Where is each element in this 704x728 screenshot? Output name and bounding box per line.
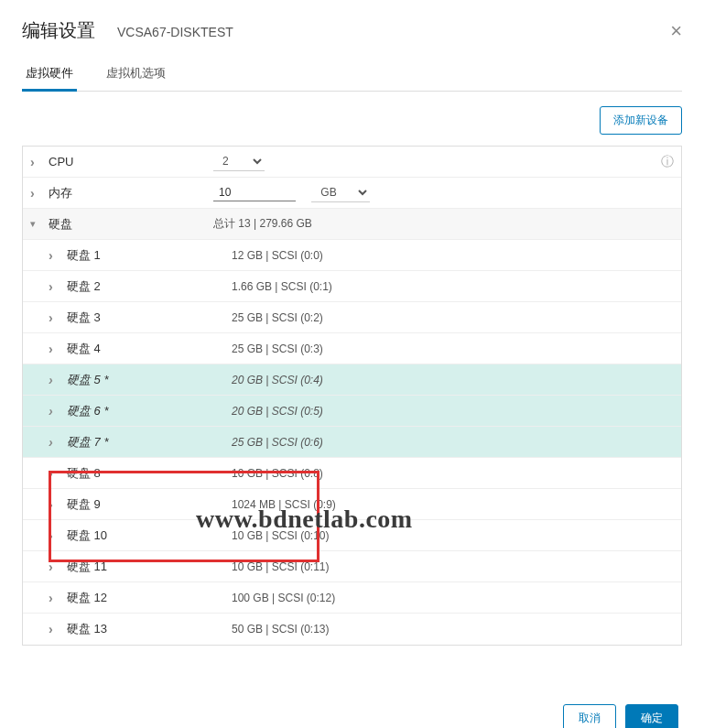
disk-value: 12 GB | SCSI (0:0) xyxy=(232,249,674,262)
disk-label: 硬盘 7 * xyxy=(67,434,109,451)
disk-label: 硬盘 9 xyxy=(67,496,101,513)
tab-vm-options[interactable]: 虚拟机选项 xyxy=(103,58,169,91)
dialog-title: 编辑设置 xyxy=(22,18,95,43)
disk-row[interactable]: 硬盘 1 12 GB | SCSI (0:0) xyxy=(23,240,681,271)
disk-value: 10 GB | SCSI (0:11) xyxy=(232,560,674,573)
chevron-right-icon xyxy=(30,186,43,201)
chevron-right-icon xyxy=(49,466,61,481)
disks-summary: 总计 13 | 279.66 GB xyxy=(213,216,674,232)
chevron-right-icon xyxy=(49,591,61,605)
disk-value: 10 GB | SCSI (0:8) xyxy=(232,467,674,480)
disk-row[interactable]: 硬盘 2 1.66 GB | SCSI (0:1) xyxy=(23,271,681,302)
dialog-header: 编辑设置 VCSA67-DISKTEST × xyxy=(22,18,682,43)
disk-label: 硬盘 3 xyxy=(67,310,101,326)
disk-row[interactable]: 硬盘 10 10 GB | SCSI (0:10) xyxy=(23,520,681,551)
disk-row[interactable]: 硬盘 3 25 GB | SCSI (0:2) xyxy=(23,302,681,333)
disk-label: 硬盘 8 xyxy=(67,465,101,482)
disk-value: 20 GB | SCSI (0:4) xyxy=(232,374,674,386)
chevron-right-icon xyxy=(49,342,61,356)
vm-name: VCSA67-DISKTEST xyxy=(117,25,233,39)
disk-value: 20 GB | SCSI (0:5) xyxy=(232,405,674,418)
disk-label: 硬盘 11 xyxy=(67,559,107,575)
disks-label: 硬盘 xyxy=(49,216,72,233)
cancel-button[interactable]: 取消 xyxy=(563,704,616,728)
chevron-down-icon xyxy=(30,218,43,230)
disk-row[interactable]: 硬盘 12 100 GB | SCSI (0:12) xyxy=(23,582,681,614)
disk-row[interactable]: 硬盘 9 1024 MB | SCSI (0:9) xyxy=(23,489,681,520)
chevron-right-icon xyxy=(30,155,43,169)
disk-value: 10 GB | SCSI (0:10) xyxy=(232,529,674,542)
disk-row[interactable]: 硬盘 5 * 20 GB | SCSI (0:4) xyxy=(23,364,681,396)
disk-label: 硬盘 13 xyxy=(67,621,107,637)
disk-row[interactable]: 硬盘 6 * 20 GB | SCSI (0:5) xyxy=(23,396,681,427)
disk-value: 1.66 GB | SCSI (0:1) xyxy=(232,280,674,293)
disk-value: 25 GB | SCSI (0:6) xyxy=(232,436,674,449)
disk-row[interactable]: 硬盘 11 10 GB | SCSI (0:11) xyxy=(23,551,681,582)
disk-value: 1024 MB | SCSI (0:9) xyxy=(232,498,674,511)
tab-bar: 虚拟硬件 虚拟机选项 xyxy=(22,58,682,92)
chevron-right-icon xyxy=(49,310,61,325)
disk-label: 硬盘 10 xyxy=(67,527,107,544)
disk-label: 硬盘 2 xyxy=(67,278,101,295)
close-icon[interactable]: × xyxy=(670,19,682,43)
row-memory[interactable]: 内存 GB xyxy=(23,178,681,209)
row-cpu[interactable]: CPU 2 xyxy=(23,147,681,178)
chevron-right-icon xyxy=(49,435,61,450)
chevron-right-icon xyxy=(49,497,61,512)
memory-label: 内存 xyxy=(49,185,72,201)
disk-value: 25 GB | SCSI (0:2) xyxy=(232,311,674,324)
row-disks-header[interactable]: 硬盘 总计 13 | 279.66 GB xyxy=(23,209,681,240)
memory-unit-select[interactable]: GB xyxy=(311,183,370,202)
chevron-right-icon xyxy=(49,622,61,636)
disk-label: 硬盘 4 xyxy=(67,341,101,357)
disk-label: 硬盘 1 xyxy=(67,247,101,264)
ok-button[interactable]: 确定 xyxy=(625,704,678,728)
disk-row[interactable]: 硬盘 8 10 GB | SCSI (0:8) xyxy=(23,458,681,489)
memory-input[interactable] xyxy=(213,184,296,201)
disk-label: 硬盘 6 * xyxy=(67,403,109,419)
disk-row[interactable]: 硬盘 7 * 25 GB | SCSI (0:6) xyxy=(23,427,681,458)
disk-value: 100 GB | SCSI (0:12) xyxy=(232,592,674,604)
chevron-right-icon xyxy=(49,279,61,294)
tab-virtual-hardware[interactable]: 虚拟硬件 xyxy=(22,58,77,92)
chevron-right-icon xyxy=(49,373,61,387)
disk-label: 硬盘 12 xyxy=(67,590,107,606)
cpu-select[interactable]: 2 xyxy=(213,152,265,171)
chevron-right-icon xyxy=(49,248,61,263)
disk-value: 25 GB | SCSI (0:3) xyxy=(232,342,674,355)
chevron-right-icon xyxy=(49,528,61,543)
chevron-right-icon xyxy=(49,404,61,418)
info-icon[interactable] xyxy=(661,154,674,170)
disk-value: 50 GB | SCSI (0:13) xyxy=(232,623,674,636)
disk-row[interactable]: 硬盘 4 25 GB | SCSI (0:3) xyxy=(23,333,681,364)
chevron-right-icon xyxy=(49,560,61,574)
disk-label: 硬盘 5 * xyxy=(67,372,109,388)
add-device-button[interactable]: 添加新设备 xyxy=(600,106,682,135)
hardware-grid: CPU 2 内存 GB xyxy=(22,146,682,646)
cpu-label: CPU xyxy=(49,155,73,168)
disk-row[interactable]: 硬盘 13 50 GB | SCSI (0:13) xyxy=(23,614,681,645)
